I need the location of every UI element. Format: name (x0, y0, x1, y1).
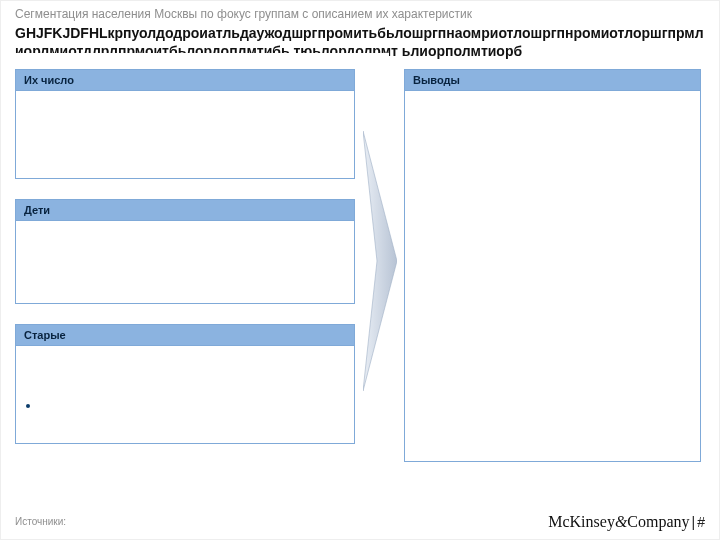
brand-name-a: McKinsey (548, 513, 615, 530)
panel-count: Их число (15, 69, 355, 179)
ampersand-icon: & (615, 513, 627, 530)
chevron-arrow (363, 131, 397, 391)
panel-body (16, 221, 354, 303)
left-column: Их число Дети Старые (15, 69, 355, 444)
panel-body (16, 346, 354, 443)
panel-title: Дети (16, 200, 354, 221)
panel-title: Выводы (405, 70, 700, 91)
slide: Сегментация населения Москвы по фокус гр… (0, 0, 720, 540)
tracker-text: Сегментация населения Москвы по фокус гр… (15, 7, 705, 21)
panel-title: Старые (16, 325, 354, 346)
svg-marker-0 (363, 131, 397, 391)
source-label: Источники: (15, 516, 66, 527)
panel-children: Дети (15, 199, 355, 304)
bullet-dot (26, 404, 30, 408)
panel-body (16, 91, 354, 178)
panel-elderly: Старые (15, 324, 355, 444)
panel-conclusions: Выводы (404, 69, 701, 462)
panel-title: Их число (16, 70, 354, 91)
page-number: # (697, 514, 705, 530)
brand-footer: McKinsey&Company|# (548, 513, 705, 531)
brand-name-b: Company (627, 513, 689, 530)
